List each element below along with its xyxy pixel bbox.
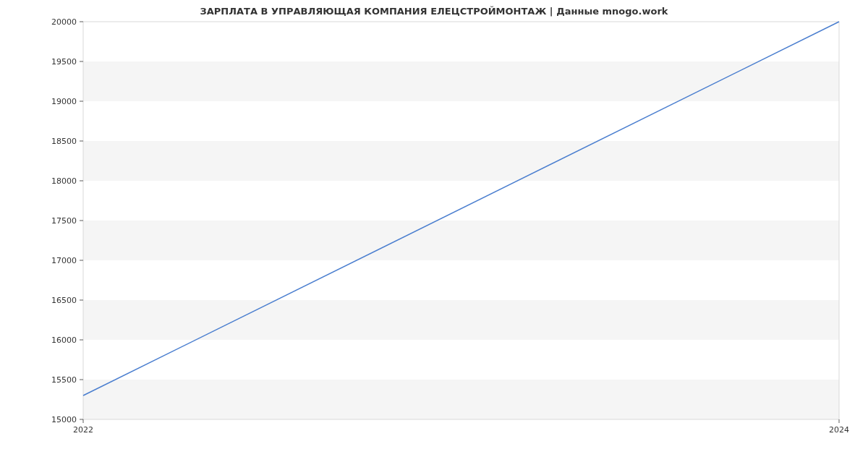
grid-band [83, 101, 839, 141]
grid-band [83, 181, 839, 221]
y-tick-label: 16000 [51, 336, 77, 345]
chart-svg: 1500015500160001650017000175001800018500… [0, 0, 868, 470]
y-tick-label: 18500 [51, 137, 77, 146]
chart-container: ЗАРПЛАТА В УПРАВЛЯЮЩАЯ КОМПАНИЯ ЕЛЕЦСТРО… [0, 0, 868, 470]
grid-band [83, 61, 839, 101]
grid-band [83, 141, 839, 181]
y-tick-label: 17500 [51, 216, 77, 226]
y-tick-label: 16500 [51, 296, 77, 305]
grid-band [83, 380, 839, 419]
y-tick-label: 19000 [51, 97, 77, 106]
grid-band [83, 340, 839, 380]
y-tick-label: 15500 [51, 375, 77, 385]
grid-band [83, 221, 839, 260]
y-tick-label: 20000 [51, 17, 77, 27]
x-tick-label: 2022 [73, 425, 93, 435]
grid-band [83, 260, 839, 300]
grid-band [83, 22, 839, 61]
y-tick-label: 18000 [51, 176, 77, 186]
y-tick-label: 15000 [51, 415, 77, 424]
x-tick-label: 2024 [829, 425, 849, 435]
y-tick-label: 17000 [51, 256, 77, 265]
y-tick-label: 19500 [51, 57, 77, 67]
grid-band [83, 300, 839, 340]
